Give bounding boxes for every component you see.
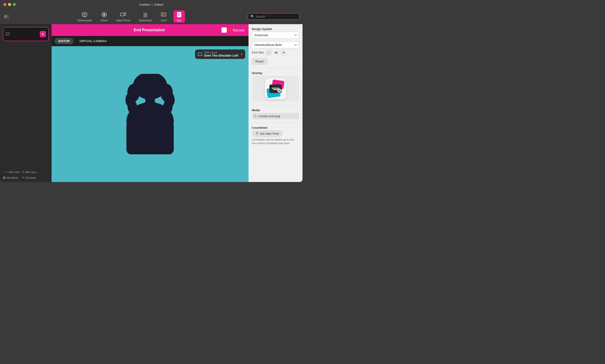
countdown-description: Countdown can be started up to one hour … [252, 138, 299, 145]
search-box[interactable]: 🔍 [248, 13, 300, 20]
toolbar-center: Teleprompter Shoot [13, 10, 247, 23]
svg-rect-0 [4, 15, 6, 18]
tabs-bar: EDITOR VIRTUAL CAMERA [51, 36, 248, 46]
center-panel: End Presentation Record EDITOR VIRTUAL C… [51, 24, 248, 182]
dashboard-label: Dashboard [139, 19, 152, 22]
toolbar-item-teleprompter[interactable]: Teleprompter [75, 10, 94, 23]
window-title: Untitled — Edited [139, 3, 163, 6]
doc-icon [176, 11, 182, 18]
toolbar-item-doc[interactable]: Doc [173, 10, 185, 23]
dashboard-icon [142, 11, 149, 18]
countdown-title: Countdown [252, 126, 299, 130]
titlebar: Untitled — Edited [0, 0, 303, 9]
font-section: HelveticaNeue-Bold Font Size − 96 + [252, 41, 299, 55]
slide-layout-text: Slide Layout Over The Shoulder Left [204, 51, 238, 57]
shoot-label: Shoot [101, 19, 107, 22]
generate-icon: ✦ [22, 176, 24, 179]
clock-icon: ⏱ [255, 132, 258, 135]
divider-3 [252, 123, 299, 123]
overlay-image-box [252, 76, 299, 102]
media-section: Media ⊙ cuecam-icon.png [252, 109, 299, 119]
svg-point-8 [103, 13, 105, 16]
svg-rect-17 [161, 13, 166, 16]
icon-line-1 [272, 88, 279, 89]
add-card-button[interactable]: + [40, 31, 46, 37]
sidebar-footer: ＋ + Add Card ⊡ Add Layo... 🖼 Add Medi...… [3, 170, 49, 179]
icon-camera-inner [278, 90, 280, 91]
presentation-bar: End Presentation Record [51, 24, 248, 36]
font-size-value: 96 [273, 51, 279, 54]
tab-editor[interactable]: EDITOR [54, 38, 74, 44]
stop-button[interactable] [221, 27, 227, 33]
shoot-icon [101, 11, 107, 18]
sidebar: + ＋ + Add Card ⊡ Add Layo... 🖼 Add Medi.… [0, 24, 51, 182]
font-size-decrease-button[interactable]: − [266, 50, 271, 55]
font-size-increase-button[interactable]: + [281, 50, 287, 55]
app-icon-inner [267, 80, 284, 97]
reset-button[interactable]: Reset [252, 58, 267, 65]
countdown-section: Countdown ⏱ Set start Time Countdown can… [252, 126, 299, 145]
overlay-section: Overlay [252, 71, 299, 102]
chevron-down-icon: ▾ [241, 52, 242, 56]
divider-2 [252, 105, 299, 105]
icon-camera [277, 89, 281, 92]
slide-layout-bottom-label: Over The Shoulder Left [204, 54, 238, 57]
video-content: Slide Layout Over The Shoulder Left ▾ [51, 46, 248, 182]
slide-layout-top-label: Slide Layout [204, 51, 238, 54]
right-panel: Design System Immersed HelveticaNeue-Bol… [248, 24, 303, 182]
end-presentation-button[interactable]: End Presentation [77, 28, 221, 32]
toolbar-item-card[interactable]: Card [158, 10, 169, 23]
close-button[interactable] [3, 3, 6, 6]
add-media-button[interactable]: 🖼 Add Medi... [3, 176, 20, 179]
minimize-button[interactable] [8, 3, 11, 6]
record-area: Record [221, 27, 244, 33]
maximize-button[interactable] [13, 3, 16, 6]
window-chrome: Untitled — Edited [0, 0, 303, 182]
toolbar-right: 🔍 [248, 13, 300, 20]
search-icon: 🔍 [250, 15, 254, 18]
doc-label: Doc [177, 19, 181, 22]
sidebar-toggle-button[interactable] [3, 13, 10, 20]
svg-rect-1 [7, 15, 9, 15]
media-file-icon: ⊙ [254, 114, 257, 118]
add-layout-button[interactable]: ⊡ Add Layo... [22, 170, 38, 174]
sidebar-card-item[interactable]: + [3, 27, 49, 41]
record-dot-icon [228, 28, 232, 32]
video-pencil-label: Video Pencil [116, 19, 130, 22]
font-size-label: Font Size [252, 51, 264, 54]
record-label[interactable]: Record [233, 28, 244, 32]
slide-layout-badge[interactable]: Slide Layout Over The Shoulder Left ▾ [195, 50, 245, 59]
media-title: Media [252, 109, 299, 112]
add-card-footer-button[interactable]: ＋ + Add Card [3, 170, 19, 174]
media-filename: cuecam-icon.png [258, 115, 280, 118]
svg-rect-3 [7, 18, 9, 18]
design-system-select[interactable]: Immersed [252, 32, 299, 39]
layout-icon: ⊡ [22, 170, 24, 173]
media-icon: 🖼 [3, 176, 5, 179]
set-start-time-button[interactable]: ⏱ Set start Time [252, 130, 282, 137]
card-label: Card [161, 19, 167, 22]
tab-virtual-camera[interactable]: VIRTUAL CAMERA [76, 38, 111, 44]
toolbar-item-video-pencil[interactable]: Video Pencil [114, 10, 132, 23]
toolbar-item-shoot[interactable]: Shoot [99, 10, 109, 23]
main-area: + ＋ + Add Card ⊡ Add Layo... 🖼 Add Medi.… [0, 24, 303, 182]
font-select[interactable]: HelveticaNeue-Bold [252, 41, 299, 48]
search-input[interactable] [256, 15, 297, 18]
font-size-row: Font Size − 96 + [252, 50, 299, 55]
svg-point-36 [130, 107, 139, 119]
app-icon [265, 78, 286, 99]
video-pencil-icon [120, 11, 127, 18]
camera-preview: Slide Layout Over The Shoulder Left ▾ [51, 46, 248, 182]
teleprompter-icon [81, 11, 88, 18]
svg-point-35 [140, 102, 160, 112]
design-system-section: Design System Immersed [252, 27, 299, 39]
svg-point-37 [161, 107, 170, 119]
generate-button[interactable]: ✦ Generate... [22, 176, 38, 179]
icon-card-dark [269, 84, 282, 93]
card-item-icon [6, 32, 10, 37]
traffic-lights [3, 3, 16, 6]
teleprompter-label: Teleprompter [77, 19, 92, 22]
media-row: ⊙ cuecam-icon.png [252, 113, 299, 119]
toolbar-item-dashboard[interactable]: Dashboard [137, 10, 154, 23]
svg-rect-2 [7, 16, 9, 17]
